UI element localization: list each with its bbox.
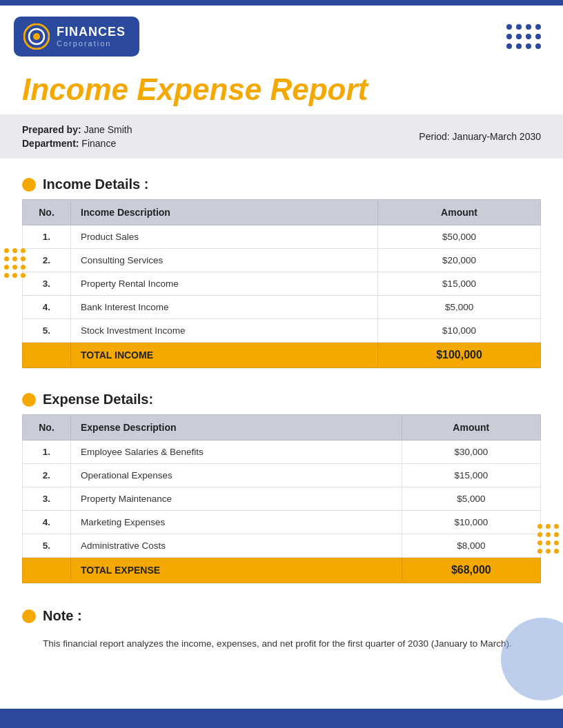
report-title: Income Expense Report <box>22 73 541 106</box>
dot <box>526 24 531 30</box>
meta-left: Prepared by: Jane Smith Department: Fina… <box>22 124 132 149</box>
note-section-heading: Note : <box>0 594 563 631</box>
income-col-desc: Income Description <box>71 200 378 225</box>
company-sub: Corporation <box>57 39 126 48</box>
income-row-3-desc: Property Rental Income <box>71 272 378 296</box>
income-row-4-amount: $5,000 <box>378 296 541 319</box>
expense-col-desc: Expense Description <box>71 415 402 441</box>
income-row-1-desc: Product Sales <box>71 225 378 249</box>
expense-row-5-desc: Administrative Costs <box>71 534 402 558</box>
prepared-by-value: Jane Smith <box>83 124 132 135</box>
dot <box>535 43 541 49</box>
income-total-amount: $100,000 <box>378 343 541 368</box>
expense-col-no: No. <box>23 415 71 441</box>
income-row-4: 4. Bank Interest Income $5,000 <box>23 296 541 319</box>
income-row-4-desc: Bank Interest Income <box>71 296 378 319</box>
prepared-by-label: Prepared by: <box>22 124 81 135</box>
expense-row-5-amount: $8,000 <box>402 534 540 558</box>
expense-row-4: 4. Marketing Expenses $10,000 <box>23 511 541 534</box>
top-bar <box>0 0 563 6</box>
department-value: Finance <box>81 138 116 149</box>
income-total-label: TOTAL INCOME <box>71 343 378 368</box>
right-dots-decoration <box>537 524 559 554</box>
income-row-5: 5. Stock Investment Income $10,000 <box>23 319 541 343</box>
note-section: This financial report analyzes the incom… <box>0 631 563 665</box>
income-row-2-no: 2. <box>23 249 71 272</box>
expense-col-amount: Amount <box>402 415 540 441</box>
dot <box>535 34 541 39</box>
dot <box>506 34 512 39</box>
income-table-head: No. Income Description Amount <box>23 200 541 225</box>
income-table-body: 1. Product Sales $50,000 2. Consulting S… <box>23 225 541 368</box>
expense-total-empty <box>23 558 71 583</box>
dot <box>506 24 512 30</box>
income-row-3-amount: $15,000 <box>378 272 541 296</box>
income-table: No. Income Description Amount 1. Product… <box>22 199 541 368</box>
income-section-heading: Income Details : <box>0 164 563 199</box>
meta-bar: Prepared by: Jane Smith Department: Fina… <box>0 114 563 159</box>
expense-row-2: 2. Operational Expenses $15,000 <box>23 464 541 487</box>
expense-table-head: No. Expense Description Amount <box>23 415 541 441</box>
expense-row-2-desc: Operational Expenses <box>71 464 402 487</box>
report-title-section: Income Expense Report <box>0 68 563 114</box>
prepared-by: Prepared by: Jane Smith <box>22 124 132 135</box>
dot <box>516 34 522 39</box>
logo-icon <box>23 23 50 50</box>
income-row-5-amount: $10,000 <box>378 319 541 343</box>
period-value: January-March 2030 <box>453 131 541 142</box>
dot <box>535 24 541 30</box>
dot <box>516 24 522 30</box>
expense-row-2-amount: $15,000 <box>402 464 540 487</box>
header-dots <box>506 24 541 49</box>
svg-point-2 <box>33 33 40 40</box>
income-row-3: 3. Property Rental Income $15,000 <box>23 272 541 296</box>
income-total-row: TOTAL INCOME $100,000 <box>23 343 541 368</box>
income-row-2: 2. Consulting Services $20,000 <box>23 249 541 272</box>
left-dots-decoration <box>4 248 26 278</box>
expense-row-4-desc: Marketing Expenses <box>71 511 402 534</box>
expense-heading: Expense Details: <box>43 392 153 407</box>
income-row-5-no: 5. <box>23 319 71 343</box>
expense-header-row: No. Expense Description Amount <box>23 415 541 441</box>
expense-section-heading: Expense Details: <box>0 379 563 414</box>
expense-row-1-no: 1. <box>23 441 71 464</box>
dot <box>526 34 531 39</box>
income-row-4-no: 4. <box>23 296 71 319</box>
expense-bullet <box>22 393 36 407</box>
income-col-no: No. <box>23 200 71 225</box>
expense-row-5: 5. Administrative Costs $8,000 <box>23 534 541 558</box>
expense-table-wrapper: No. Expense Description Amount 1. Employ… <box>0 414 563 583</box>
income-table-wrapper: No. Income Description Amount 1. Product… <box>0 199 563 368</box>
expense-row-4-no: 4. <box>23 511 71 534</box>
expense-row-4-amount: $10,000 <box>402 511 540 534</box>
expense-total-amount: $68,000 <box>402 558 540 583</box>
expense-row-3-no: 3. <box>23 487 71 511</box>
header: FINANCES Corporation <box>0 6 563 68</box>
expense-row-3: 3. Property Maintenance $5,000 <box>23 487 541 511</box>
expense-row-1-amount: $30,000 <box>402 441 540 464</box>
note-bullet <box>22 609 36 623</box>
meta-right: Period: January-March 2030 <box>419 131 541 142</box>
income-col-amount: Amount <box>378 200 541 225</box>
dot <box>506 43 512 49</box>
expense-total-row: TOTAL EXPENSE $68,000 <box>23 558 541 583</box>
income-row-2-desc: Consulting Services <box>71 249 378 272</box>
income-row-1: 1. Product Sales $50,000 <box>23 225 541 249</box>
expense-row-3-amount: $5,000 <box>402 487 540 511</box>
department-label: Department: <box>22 138 79 149</box>
period-label: Period: <box>419 131 449 142</box>
income-bullet <box>22 178 36 192</box>
bottom-bar <box>0 709 563 728</box>
expense-row-1-desc: Employee Salaries & Benefits <box>71 441 402 464</box>
expense-row-2-no: 2. <box>23 464 71 487</box>
department: Department: Finance <box>22 138 132 149</box>
income-heading: Income Details : <box>43 176 148 192</box>
logo-text: FINANCES Corporation <box>57 26 126 48</box>
income-total-empty <box>23 343 71 368</box>
logo-area: FINANCES Corporation <box>14 17 139 57</box>
expense-row-5-no: 5. <box>23 534 71 558</box>
income-row-1-no: 1. <box>23 225 71 249</box>
note-text: This financial report analyzes the incom… <box>22 636 541 651</box>
income-row-5-desc: Stock Investment Income <box>71 319 378 343</box>
company-name: FINANCES <box>57 26 126 39</box>
